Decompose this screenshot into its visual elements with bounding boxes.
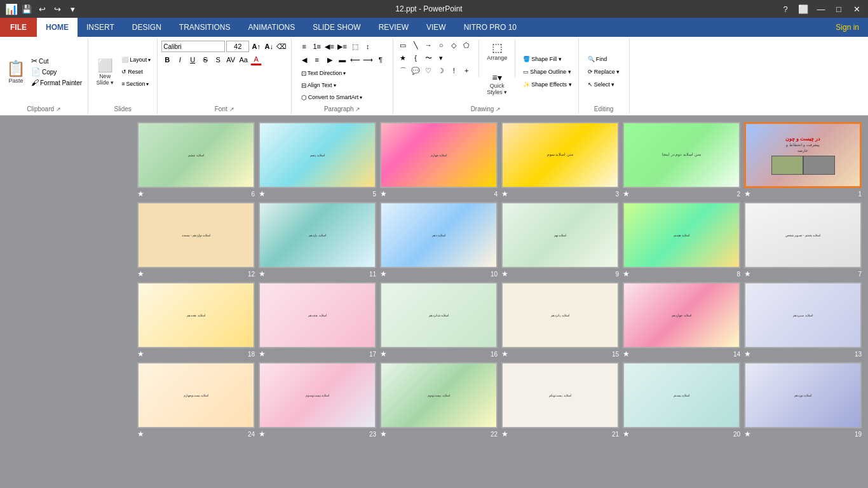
strikethrough-button[interactable]: S bbox=[200, 54, 211, 65]
slide-item-15[interactable]: اسلاید پانزدهم ★ 15 bbox=[501, 282, 619, 358]
slide-item-1[interactable]: در چیست و چون پیشرفت و انحطاط و عارضه ★ … bbox=[744, 122, 862, 198]
new-slide-button[interactable]: ⬜ NewSlide ▾ bbox=[92, 39, 118, 104]
shape-arrow[interactable]: → bbox=[423, 39, 434, 51]
replace-button[interactable]: ⟳ Replace ▾ bbox=[585, 66, 623, 78]
format-painter-button[interactable]: 🖌Format Painter bbox=[29, 78, 84, 88]
tab-home[interactable]: HOME bbox=[37, 18, 78, 37]
slide-item-4[interactable]: اسلاید چهارم ★ 4 bbox=[380, 122, 498, 198]
minimize-icon[interactable]: — bbox=[815, 3, 827, 15]
shape-fill-button[interactable]: 🪣 Shape Fill ▾ bbox=[520, 53, 574, 65]
slide-item-5[interactable]: اسلاید پنجم ★ 5 bbox=[259, 122, 376, 198]
bold-button[interactable]: B bbox=[161, 54, 173, 65]
find-button[interactable]: 🔍 Find bbox=[585, 53, 623, 65]
slide-item-22[interactable]: اسلاید بیست‌ودوم ★ 22 bbox=[380, 362, 498, 438]
align-text-button[interactable]: ⊟ Align Text ▾ bbox=[299, 79, 386, 91]
center-button[interactable]: ≡ bbox=[311, 54, 323, 65]
ribbon-display-icon[interactable]: ⬜ bbox=[797, 3, 810, 15]
slide-item-11[interactable]: اسلاید یازدهم ★ 11 bbox=[259, 202, 376, 278]
slide-item-9[interactable]: اسلاید نهم ★ 9 bbox=[501, 202, 619, 278]
copy-button[interactable]: 📄Copy bbox=[29, 67, 84, 77]
justify-button[interactable]: ▬ bbox=[337, 54, 348, 65]
slide-item-2[interactable]: متن اسلاید دوم در اینجا ★ 2 bbox=[623, 122, 740, 198]
shape-wave[interactable]: 〜 bbox=[423, 52, 434, 64]
help-icon[interactable]: ? bbox=[779, 3, 792, 15]
font-size-input[interactable] bbox=[226, 41, 249, 52]
undo-icon[interactable]: ↩ bbox=[36, 3, 48, 15]
slide-item-21[interactable]: اسلاید بیست‌ویکم ★ 21 bbox=[501, 362, 619, 438]
shape-rect[interactable]: ▭ bbox=[397, 39, 409, 51]
tab-view[interactable]: VIEW bbox=[417, 18, 455, 37]
numbering-button[interactable]: 1≡ bbox=[311, 41, 323, 52]
shape-bracket[interactable]: { bbox=[410, 52, 421, 64]
select-button[interactable]: ↖ Select ▾ bbox=[585, 79, 623, 90]
ltr-button[interactable]: ⟶ bbox=[362, 54, 374, 65]
tab-review[interactable]: REVIEW bbox=[370, 18, 417, 37]
shape-arc[interactable]: ⌒ bbox=[397, 65, 409, 76]
slide-item-8[interactable]: اسلاید هشتم ★ 8 bbox=[623, 202, 740, 278]
redo-icon[interactable]: ↪ bbox=[51, 3, 64, 15]
slide-item-3[interactable]: متن اسلاید سوم ★ 3 bbox=[501, 122, 619, 198]
slide-item-23[interactable]: اسلاید بیست‌وسوم ★ 23 bbox=[259, 362, 376, 438]
shape-plus[interactable]: + bbox=[461, 65, 472, 76]
shape-effects-button[interactable]: ✨ Shape Effects ▾ bbox=[520, 79, 574, 90]
quick-styles-button[interactable]: ≡▾ QuickStyles ▾ bbox=[484, 64, 510, 104]
reset-button[interactable]: ↺ Reset bbox=[119, 66, 153, 78]
align-left-button[interactable]: ◀ bbox=[299, 54, 310, 65]
bullets-button[interactable]: ≡ bbox=[299, 41, 310, 52]
slide-item-7[interactable]: اسلاید هفتم - تصویر شخص ★ 7 bbox=[744, 202, 862, 278]
slide-item-16[interactable]: اسلاید شانزدهم ★ 16 bbox=[380, 282, 498, 358]
rtl-button[interactable]: ⟵ bbox=[349, 54, 361, 65]
shape-callout[interactable]: 💬 bbox=[410, 65, 421, 76]
slide-item-13[interactable]: اسلاید سیزدهم ★ 13 bbox=[744, 282, 862, 358]
decrease-font-button[interactable]: A↓ bbox=[263, 41, 275, 52]
shadow-button[interactable]: S bbox=[212, 54, 224, 65]
char-spacing-button[interactable]: AV bbox=[225, 54, 236, 65]
shape-star[interactable]: ★ bbox=[397, 52, 409, 64]
font-name-input[interactable] bbox=[161, 41, 225, 52]
paste-button[interactable]: 📋 Paste bbox=[4, 39, 28, 104]
font-color-button[interactable]: A bbox=[250, 54, 262, 65]
text-direction-button[interactable]: ⊡ Text Direction ▾ bbox=[299, 67, 386, 79]
slide-item-6[interactable]: اسلاید ششم ★ 6 bbox=[137, 122, 255, 198]
paragraph-options-button[interactable]: ¶ bbox=[375, 54, 386, 65]
tab-file[interactable]: FILE bbox=[0, 18, 37, 37]
slide-item-19[interactable]: اسلاید نوزدهم ★ 19 bbox=[744, 362, 862, 438]
close-icon[interactable]: ✕ bbox=[850, 3, 863, 15]
save-icon[interactable]: 💾 bbox=[20, 3, 33, 15]
clear-format-button[interactable]: ⌫ bbox=[276, 41, 287, 52]
tab-signin[interactable]: Sign in bbox=[827, 18, 868, 37]
slide-item-24[interactable]: اسلاید بیست‌وچهارم ★ 24 bbox=[137, 362, 255, 438]
shape-more[interactable]: ▾ bbox=[435, 52, 447, 64]
slide-item-14[interactable]: اسلاید چهاردهم ★ 14 bbox=[623, 282, 740, 358]
tab-design[interactable]: DESIGN bbox=[123, 18, 170, 37]
shape-diamond[interactable]: ◇ bbox=[448, 39, 459, 51]
customize-icon[interactable]: ▾ bbox=[66, 3, 79, 15]
decrease-indent-button[interactable]: ◀≡ bbox=[324, 41, 336, 52]
shape-moon[interactable]: ☽ bbox=[435, 65, 447, 76]
shape-pentagon[interactable]: ⬠ bbox=[461, 39, 472, 51]
slide-panel[interactable]: در چیست و چون پیشرفت و انحطاط و عارضه ★ … bbox=[0, 116, 868, 488]
line-spacing-button[interactable]: ↕ bbox=[362, 41, 374, 52]
layout-button[interactable]: ⬜ Layout ▾ bbox=[119, 54, 153, 65]
tab-animations[interactable]: ANIMATIONS bbox=[239, 18, 304, 37]
arrange-button[interactable]: ⬚ Arrange bbox=[484, 39, 510, 62]
tab-nitro[interactable]: NITRO PRO 10 bbox=[455, 18, 526, 37]
maximize-icon[interactable]: □ bbox=[832, 3, 845, 15]
shape-bang[interactable]: ! bbox=[448, 65, 459, 76]
align-right-button[interactable]: ▶ bbox=[324, 54, 336, 65]
section-button[interactable]: ≡ Section ▾ bbox=[119, 78, 153, 90]
slide-item-12[interactable]: اسلاید دوازدهم - مسجد ★ 12 bbox=[137, 202, 255, 278]
case-button[interactable]: Aa bbox=[238, 54, 249, 65]
italic-button[interactable]: I bbox=[174, 54, 186, 65]
tab-transitions[interactable]: TRANSITIONS bbox=[170, 18, 240, 37]
underline-button[interactable]: U bbox=[187, 54, 198, 65]
slide-item-17[interactable]: اسلاید هفدهم ★ 17 bbox=[259, 282, 376, 358]
convert-smartart-button[interactable]: ⬡ Convert to SmartArt ▾ bbox=[299, 92, 386, 103]
increase-indent-button[interactable]: ▶≡ bbox=[337, 41, 348, 52]
tab-slideshow[interactable]: SLIDE SHOW bbox=[304, 18, 369, 37]
cut-button[interactable]: ✂Cut bbox=[29, 56, 84, 66]
shape-outline-button[interactable]: ▭ Shape Outline ▾ bbox=[520, 66, 574, 78]
slide-item-18[interactable]: اسلاید هجدهم ★ 18 bbox=[137, 282, 255, 358]
increase-font-button[interactable]: A↑ bbox=[250, 41, 262, 52]
slide-item-10[interactable]: اسلاید دهم ★ 10 bbox=[380, 202, 498, 278]
